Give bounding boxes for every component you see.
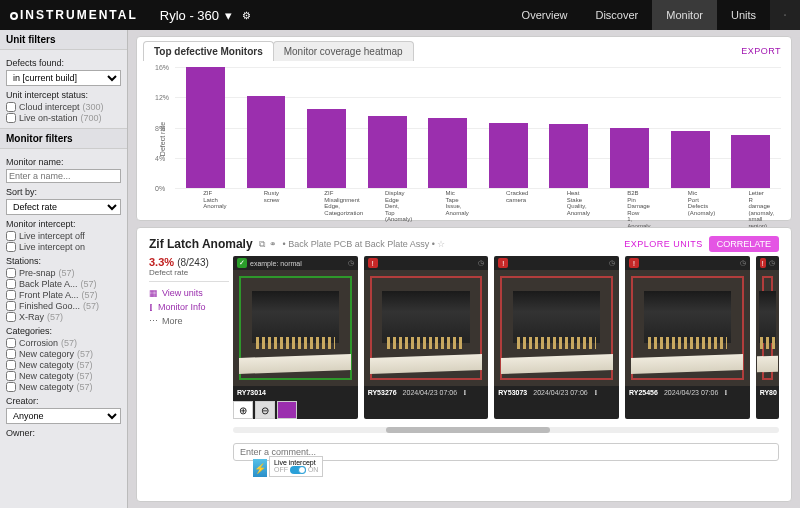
chart-bar[interactable] <box>610 128 649 189</box>
chart-bar[interactable] <box>368 116 407 188</box>
defect-rate-value: 3.3% <box>149 256 174 268</box>
chart-bar[interactable] <box>489 123 528 188</box>
chart-bar[interactable] <box>247 96 286 188</box>
unit-card[interactable]: !◷RY8020⫿ <box>756 256 779 419</box>
unit-timestamp: 2024/04/23 07:06 <box>403 389 458 396</box>
clock-icon: ◷ <box>348 259 354 267</box>
chart-icon: ⫿ <box>149 302 154 312</box>
monitor-filters-heading: Monitor filters <box>0 128 127 149</box>
sidebar: Unit filters Defects found: in [current … <box>0 30 128 508</box>
zoom-out-icon[interactable]: ⊖ <box>255 401 275 419</box>
unit-card[interactable]: !◷RY532762024/04/23 07:06⫿ <box>364 256 489 419</box>
alert-icon: ! <box>629 258 639 268</box>
export-button[interactable]: EXPORT <box>741 46 781 56</box>
cb-cloud-intercept[interactable] <box>6 102 16 112</box>
unit-card[interactable]: !◷RY254562024/04/23 07:06⫿ <box>625 256 750 419</box>
chart-category-label: Mic Tape Issue, Anomaly <box>446 188 450 216</box>
cb-station[interactable] <box>6 312 16 322</box>
creator-label: Creator: <box>6 396 121 406</box>
more-icon: ⋯ <box>149 316 158 326</box>
cb-station[interactable] <box>6 301 16 311</box>
tab-coverage-heatmap[interactable]: Monitor coverage heatmap <box>273 41 414 61</box>
unit-image <box>494 270 619 386</box>
monitor-name-input[interactable] <box>6 169 121 183</box>
correlate-button[interactable]: CORRELATE <box>709 236 779 252</box>
defect-rate-label: Defect rate <box>149 268 229 282</box>
chart-category-label: Cracked camera <box>506 188 510 203</box>
chart-category-label: Display Edge Dent, Top (Anomaly) <box>385 188 389 223</box>
unit-image <box>756 270 779 386</box>
monitor-info-link[interactable]: ⫿Monitor Info <box>149 300 229 314</box>
color-icon[interactable] <box>277 401 297 419</box>
more-link[interactable]: ⋯More <box>149 314 229 328</box>
chart-panel: Top defective Monitors Monitor coverage … <box>136 36 792 221</box>
cb-intercept-off[interactable] <box>6 231 16 241</box>
top-nav: Overview Discover Monitor Units <box>508 0 800 30</box>
chart-category-label: Letter R damage (anomaly, small region) <box>748 188 752 230</box>
nav-discover[interactable]: Discover <box>581 0 652 30</box>
monitor-intercept-label: Monitor intercept: <box>6 219 121 229</box>
user-icon[interactable] <box>770 0 800 30</box>
defects-found-select[interactable]: in [current build] <box>6 70 121 86</box>
chart-bar[interactable] <box>428 118 467 188</box>
external-link-icon[interactable]: ⧉ <box>259 239 265 250</box>
cb-category[interactable] <box>6 338 16 348</box>
cb-station[interactable] <box>6 268 16 278</box>
chart-bar[interactable] <box>549 124 588 188</box>
cb-category[interactable] <box>6 349 16 359</box>
unit-id: RY80 <box>760 389 777 396</box>
sort-by-label: Sort by: <box>6 187 121 197</box>
defect-rate-fraction: (8/243) <box>177 257 209 268</box>
unit-card[interactable]: ✓example: normal◷RY73014⊕⊖ <box>233 256 358 419</box>
unit-card[interactable]: !◷RY530732024/04/23 07:06⫿ <box>494 256 619 419</box>
alert-icon: ! <box>368 258 378 268</box>
zoom-in-icon[interactable]: ⊕ <box>233 401 253 419</box>
cb-category[interactable] <box>6 360 16 370</box>
bars-icon: ⫿ <box>724 389 728 396</box>
bars-icon: ⫿ <box>463 389 467 396</box>
check-icon: ✓ <box>237 258 247 268</box>
chart-category-label: B2B Pin Damage Row 1, Anomaly <box>627 188 631 230</box>
nav-overview[interactable]: Overview <box>508 0 582 30</box>
breadcrumb: • Back Plate PCB at Back Plate Assy • ☆ <box>283 239 446 249</box>
alert-icon: ! <box>760 258 766 268</box>
link-icon[interactable]: ⚭ <box>269 239 277 250</box>
project-selector[interactable]: Rylo - 360 ▾ <box>160 8 232 23</box>
chart-category-label: ZIF Misalignment Edge, Categorization <box>324 188 328 216</box>
creator-select[interactable]: Anyone <box>6 408 121 424</box>
sort-by-select[interactable]: Defect rate <box>6 199 121 215</box>
cb-category[interactable] <box>6 382 16 392</box>
y-tick: 4% <box>155 154 165 161</box>
logo: INSTRUMENTAL <box>10 8 138 22</box>
unit-image <box>625 270 750 386</box>
clock-icon: ◷ <box>609 259 615 267</box>
live-intercept-toggle[interactable]: Live interceptOFF ON <box>269 456 323 477</box>
chart-bar[interactable] <box>186 67 225 188</box>
monitor-name-label: Monitor name: <box>6 157 121 167</box>
cb-station[interactable] <box>6 279 16 289</box>
gear-icon[interactable]: ⚙ <box>242 10 251 21</box>
view-units-link[interactable]: ▦View units <box>149 286 229 300</box>
nav-units[interactable]: Units <box>717 0 770 30</box>
chart-bar[interactable] <box>731 135 770 188</box>
cb-live-onstation[interactable] <box>6 113 16 123</box>
alert-icon: ! <box>498 258 508 268</box>
nav-monitor[interactable]: Monitor <box>652 0 717 30</box>
bars-icon: ⫿ <box>594 389 598 396</box>
unit-timestamp: 2024/04/23 07:06 <box>533 389 588 396</box>
star-icon[interactable]: ☆ <box>437 239 445 249</box>
chart-category-label: Mic Port Defects (Anomaly) <box>688 188 692 216</box>
cb-intercept-on[interactable] <box>6 242 16 252</box>
cb-category[interactable] <box>6 371 16 381</box>
defects-found-label: Defects found: <box>6 58 121 68</box>
unit-id: RY53276 <box>368 389 397 396</box>
tab-top-defective[interactable]: Top defective Monitors <box>143 41 274 61</box>
explore-units-button[interactable]: EXPLORE UNITS <box>624 239 703 249</box>
chart-bar[interactable] <box>307 109 346 188</box>
chart-bar[interactable] <box>671 131 710 188</box>
unit-id: RY25456 <box>629 389 658 396</box>
cb-station[interactable] <box>6 290 16 300</box>
categories-label: Categories: <box>6 326 121 336</box>
image-scrollbar[interactable] <box>233 427 779 433</box>
example-label: example: normal <box>250 260 302 267</box>
